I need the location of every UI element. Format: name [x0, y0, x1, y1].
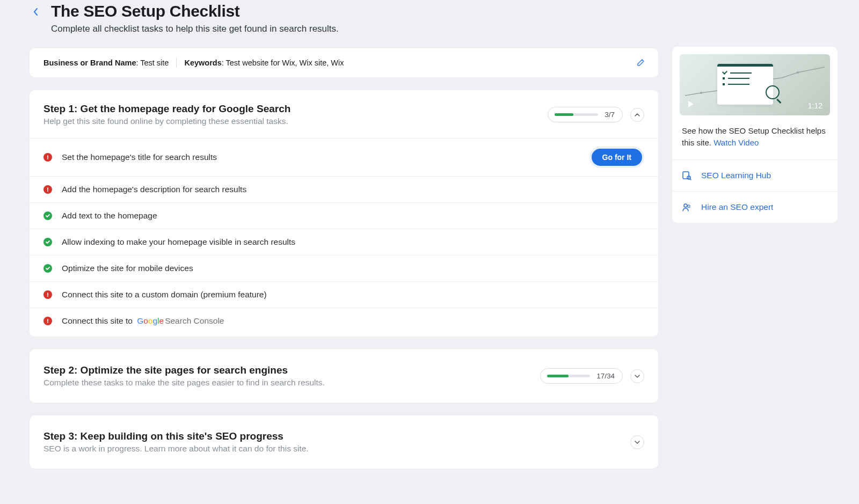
step-1-progress: 3/7 — [548, 107, 623, 122]
page-subtitle: Complete all checklist tasks to help thi… — [51, 24, 339, 34]
task-label: Add the homepage's description for searc… — [62, 185, 644, 194]
step-1-collapse-button[interactable] — [630, 108, 644, 122]
video-description: See how the SEO Setup Checklist helps th… — [672, 123, 838, 159]
step-3-title: Step 3: Keep building on this site's SEO… — [43, 430, 309, 442]
task-row[interactable]: Set the homepage's title for search resu… — [30, 138, 658, 176]
keywords: Keywords: Test website for Wix, Wix site… — [184, 59, 344, 67]
task-label: Allow indexing to make your homepage vis… — [62, 237, 644, 247]
meta-divider — [176, 58, 177, 68]
task-row[interactable]: Connect this site to a custom domain (pr… — [30, 281, 658, 308]
task-row[interactable]: Add the homepage's description for searc… — [30, 176, 658, 202]
seo-learning-hub-link[interactable]: SEO Learning Hub — [672, 159, 838, 191]
business-name-label: Business or Brand Name — [43, 59, 136, 67]
watch-video-link[interactable]: Watch Video — [714, 138, 759, 147]
check-icon — [43, 211, 52, 220]
business-name-value: Test site — [140, 59, 169, 67]
keywords-label: Keywords — [184, 59, 221, 67]
alert-icon — [43, 153, 52, 162]
svg-point-1 — [47, 191, 48, 192]
task-label: Optimize the site for mobile devices — [62, 264, 644, 273]
pencil-icon — [636, 59, 645, 67]
step-1-subtitle: Help get this site found online by compl… — [43, 116, 290, 126]
svg-point-4 — [700, 92, 702, 94]
step-2-expand-button[interactable] — [630, 369, 644, 383]
step-1-progress-text: 3/7 — [605, 111, 615, 119]
video-thumbnail[interactable]: 1:12 — [680, 54, 830, 115]
chevron-down-icon — [635, 440, 640, 444]
alert-icon — [43, 317, 52, 325]
step-1-header[interactable]: Step 1: Get the homepage ready for Googl… — [30, 90, 658, 138]
task-label: Add text to the homepage — [62, 211, 644, 221]
side-link-label: Hire an SEO expert — [701, 202, 773, 212]
task-label-prefix: Connect this site to — [62, 316, 133, 325]
svg-rect-8 — [683, 172, 689, 179]
edit-meta-button[interactable] — [635, 57, 646, 69]
google-search-console-text: Search Console — [165, 316, 224, 326]
chevron-up-icon — [635, 113, 640, 117]
step-2-card: Step 2: Optimize the site pages for sear… — [30, 349, 658, 403]
task-row[interactable]: Optimize the site for mobile devices — [30, 255, 658, 281]
chevron-down-icon — [635, 374, 640, 378]
google-logo: Google Search Console — [137, 316, 224, 326]
svg-point-7 — [797, 71, 799, 74]
alert-icon — [43, 290, 52, 299]
learning-hub-icon — [682, 171, 691, 180]
business-name: Business or Brand Name: Test site — [43, 59, 169, 67]
step-2-title: Step 2: Optimize the site pages for sear… — [43, 364, 325, 376]
expert-icon — [682, 202, 691, 212]
back-button[interactable] — [30, 5, 42, 18]
step-3-expand-button[interactable] — [630, 435, 644, 449]
chevron-left-icon — [33, 8, 39, 16]
step-3-card: Step 3: Keep building on this site's SEO… — [30, 415, 658, 469]
magnifier-icon — [766, 85, 780, 99]
step-1-card: Step 1: Get the homepage ready for Googl… — [30, 90, 658, 337]
side-link-label: SEO Learning Hub — [701, 171, 771, 180]
go-for-it-button[interactable]: Go for It — [592, 149, 642, 166]
step-2-subtitle: Complete these tasks to make the site pa… — [43, 378, 325, 388]
step-3-header[interactable]: Step 3: Keep building on this site's SEO… — [30, 415, 658, 469]
step-3-subtitle: SEO is a work in progress. Learn more ab… — [43, 444, 309, 454]
svg-point-3 — [47, 322, 48, 323]
play-icon — [686, 100, 695, 110]
task-row[interactable]: Allow indexing to make your homepage vis… — [30, 229, 658, 255]
checklist-illustration — [717, 64, 773, 105]
check-icon — [43, 264, 52, 273]
keywords-value: Test website for Wix, Wix site, Wix — [226, 59, 344, 67]
check-icon — [43, 238, 52, 246]
video-duration: 1:12 — [808, 101, 822, 110]
task-label: Connect this site to a custom domain (pr… — [62, 290, 644, 300]
hire-seo-expert-link[interactable]: Hire an SEO expert — [672, 191, 838, 223]
task-label: Connect this site to Google Search Conso… — [62, 316, 644, 326]
step-2-progress-text: 17/34 — [596, 372, 615, 380]
alert-icon — [43, 185, 52, 194]
step-1-title: Step 1: Get the homepage ready for Googl… — [43, 103, 290, 115]
site-meta-card: Business or Brand Name: Test site Keywor… — [30, 48, 658, 77]
page-title: The SEO Setup Checklist — [51, 2, 339, 20]
task-label: Set the homepage's title for search resu… — [62, 152, 580, 162]
svg-point-2 — [47, 296, 48, 297]
step-2-header[interactable]: Step 2: Optimize the site pages for sear… — [30, 349, 658, 403]
svg-point-0 — [47, 158, 48, 159]
task-row[interactable]: Add text to the homepage — [30, 202, 658, 229]
task-row[interactable]: Connect this site to Google Search Conso… — [30, 308, 658, 337]
step-2-progress: 17/34 — [540, 368, 623, 384]
go-button-highlight: Go for It — [589, 147, 644, 168]
sidebar-card: 1:12 See how the SEO Setup Checklist hel… — [672, 47, 838, 223]
